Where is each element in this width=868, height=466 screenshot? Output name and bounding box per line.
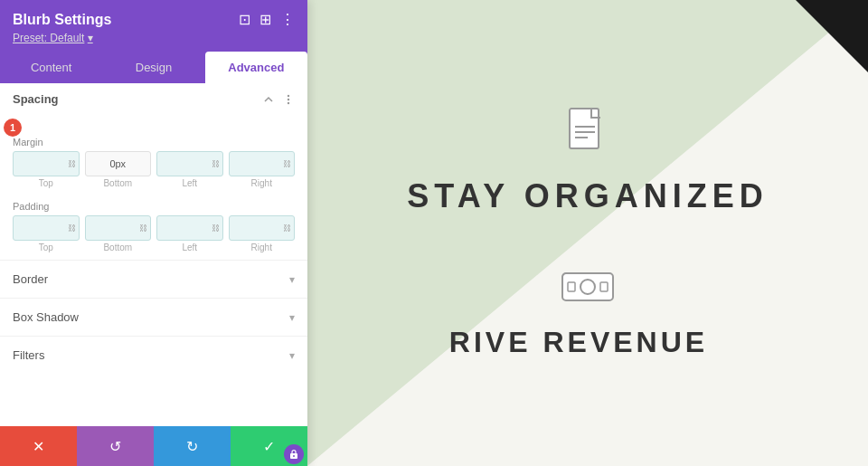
collapse-icon[interactable] xyxy=(262,93,275,106)
heading-stay-organized: STAY ORGANIZED xyxy=(407,177,768,215)
box-shadow-section: Box Shadow ▾ xyxy=(0,298,307,336)
box-shadow-chevron: ▾ xyxy=(289,311,295,324)
padding-top-label: Top xyxy=(39,243,53,252)
padding-left-container: ⛓ xyxy=(156,215,223,241)
svg-rect-0 xyxy=(570,109,599,148)
badge-1: 1 xyxy=(4,119,22,137)
money-icon xyxy=(561,270,615,308)
padding-left-label: Left xyxy=(182,243,197,252)
more-options-icon[interactable] xyxy=(282,93,295,106)
margin-label: Margin xyxy=(13,137,295,147)
panel-header: Blurb Settings ⊡ ⊞ ⋮ Preset: Default ▾ xyxy=(0,0,307,52)
cancel-icon: ✕ xyxy=(33,438,44,455)
margin-right-wrap: ⛓ Right xyxy=(229,151,296,188)
padding-bottom-input[interactable] xyxy=(85,215,152,241)
panel-preset[interactable]: Preset: Default ▾ xyxy=(13,32,295,44)
copy-icon[interactable]: ⊡ xyxy=(239,11,250,28)
padding-section: Padding ⛓ Top ⛓ Bottom xyxy=(0,201,307,260)
margin-left-input[interactable] xyxy=(156,151,223,176)
margin-right-container: ⛓ xyxy=(229,151,296,176)
svg-point-8 xyxy=(288,94,289,96)
padding-top-input[interactable] xyxy=(13,215,80,241)
spacing-title: Spacing xyxy=(13,92,59,106)
padding-top-wrap: ⛓ Top xyxy=(13,215,80,252)
margin-left-wrap: ⛓ Left xyxy=(156,151,223,188)
margin-section: 1 Margin ⛓ Top Bottom xyxy=(0,115,307,195)
border-section: Border ▾ xyxy=(0,260,307,298)
document-icon xyxy=(568,107,608,159)
grid-icon[interactable]: ⊞ xyxy=(259,11,271,28)
panel-title: Blurb Settings xyxy=(13,12,111,28)
border-header[interactable]: Border ▾ xyxy=(0,261,307,298)
more-icon[interactable]: ⋮ xyxy=(280,11,295,28)
margin-bottom-label: Bottom xyxy=(103,178,132,188)
padding-right-label: Right xyxy=(251,243,272,252)
box-shadow-title: Box Shadow xyxy=(13,310,79,324)
scroll-lock-icon[interactable] xyxy=(284,444,304,464)
box-shadow-header[interactable]: Box Shadow ▾ xyxy=(0,299,307,336)
svg-point-12 xyxy=(293,455,295,457)
svg-point-9 xyxy=(288,98,289,100)
svg-point-10 xyxy=(288,101,289,103)
padding-left-input[interactable] xyxy=(156,215,223,241)
margin-left-container: ⛓ xyxy=(156,151,223,176)
settings-panel: Blurb Settings ⊡ ⊞ ⋮ Preset: Default ▾ C… xyxy=(0,0,307,466)
filters-title: Filters xyxy=(13,348,44,362)
margin-bottom-input[interactable] xyxy=(85,151,152,176)
panel-title-row: Blurb Settings ⊡ ⊞ ⋮ xyxy=(13,11,295,28)
redo-button[interactable]: ↻ xyxy=(154,426,231,466)
reset-button[interactable]: ↺ xyxy=(77,426,154,466)
margin-left-label: Left xyxy=(182,178,197,188)
preset-chevron: ▾ xyxy=(88,32,93,44)
tab-advanced[interactable]: Advanced xyxy=(205,52,307,83)
margin-bottom-wrap: Bottom xyxy=(85,151,152,188)
filters-header[interactable]: Filters ▾ xyxy=(0,337,307,374)
svg-rect-4 xyxy=(562,273,613,300)
padding-label: Padding xyxy=(13,201,295,212)
margin-right-input[interactable] xyxy=(229,151,296,176)
panel-body: Spacing 1 Margin xyxy=(0,83,307,426)
padding-bottom-wrap: ⛓ Bottom xyxy=(85,215,152,252)
reset-icon: ↺ xyxy=(109,438,121,455)
margin-top-input[interactable] xyxy=(13,151,80,176)
padding-right-wrap: ⛓ Right xyxy=(229,215,296,252)
redo-icon: ↻ xyxy=(186,438,198,455)
padding-bottom-label: Bottom xyxy=(103,243,132,252)
padding-right-container: ⛓ xyxy=(229,215,296,241)
panel-bottom-bar: ✕ ↺ ↻ ✓ xyxy=(0,426,307,466)
panel-title-icons: ⊡ ⊞ ⋮ xyxy=(239,11,295,28)
heading-drive-revenue: RIVE REVENUE xyxy=(467,326,708,359)
tabs: Content Design Advanced xyxy=(0,52,307,83)
padding-left-wrap: ⛓ Left xyxy=(156,215,223,252)
border-chevron: ▾ xyxy=(289,273,295,286)
padding-inputs-row: ⛓ Top ⛓ Bottom ⛓ xyxy=(13,215,295,252)
filters-section: Filters ▾ xyxy=(0,336,307,374)
content-area: STAY ORGANIZED RIVE REVENUE xyxy=(307,0,868,466)
spacing-section-header[interactable]: Spacing xyxy=(0,83,307,115)
border-title: Border xyxy=(13,272,48,286)
spacing-controls xyxy=(262,93,295,106)
tab-content[interactable]: Content xyxy=(0,52,102,83)
padding-bottom-container: ⛓ xyxy=(85,215,152,241)
margin-inputs-row: ⛓ Top Bottom ⛓ Left xyxy=(13,151,295,188)
padding-right-input[interactable] xyxy=(229,215,296,241)
margin-top-label: Top xyxy=(39,178,53,188)
padding-top-container: ⛓ xyxy=(13,215,80,241)
margin-top-container: ⛓ xyxy=(13,151,80,176)
tab-design[interactable]: Design xyxy=(102,52,204,83)
margin-right-label: Right xyxy=(251,178,272,188)
save-icon: ✓ xyxy=(263,438,275,455)
margin-top-wrap: ⛓ Top xyxy=(13,151,80,188)
cancel-button[interactable]: ✕ xyxy=(0,426,77,466)
filters-chevron: ▾ xyxy=(289,349,295,362)
margin-bottom-container xyxy=(85,151,152,176)
